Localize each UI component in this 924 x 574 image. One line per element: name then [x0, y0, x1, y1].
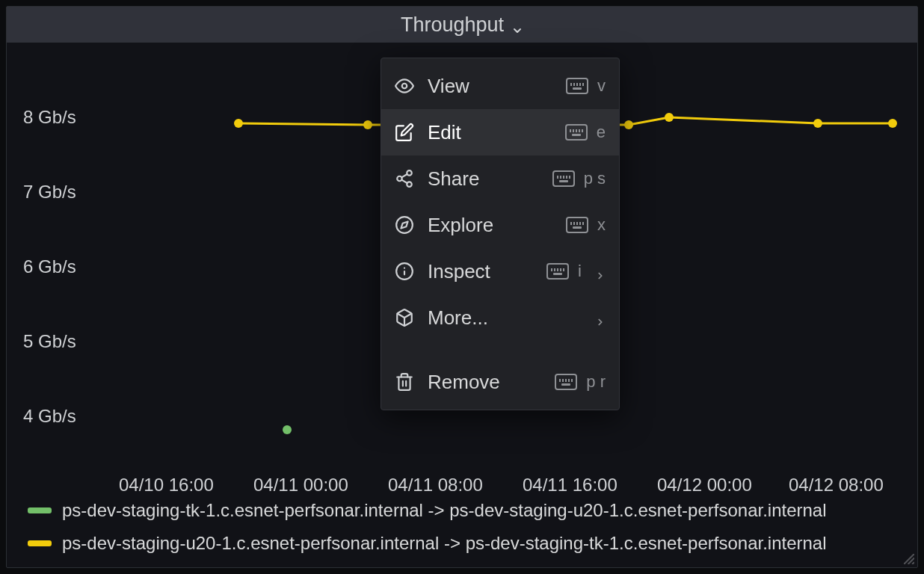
- x-tick-label: 04/11 00:00: [253, 475, 348, 495]
- edit-icon: [395, 123, 414, 142]
- compass-icon: [395, 215, 414, 235]
- menu-item-more[interactable]: More...: [381, 294, 619, 341]
- x-tick-label: 04/10 16:00: [119, 475, 214, 495]
- data-point: [363, 120, 372, 129]
- menu-item-label: Share: [428, 167, 539, 191]
- menu-separator: [381, 341, 619, 359]
- legend-swatch-yellow: [28, 540, 52, 546]
- menu-item-label: Remove: [428, 371, 541, 394]
- menu-item-edit[interactable]: Edit e: [381, 109, 619, 155]
- data-point: [283, 425, 292, 434]
- keyboard-icon: [565, 124, 588, 141]
- data-point: [624, 120, 633, 129]
- menu-shortcut: e: [565, 123, 606, 142]
- menu-shortcut: [591, 312, 606, 323]
- data-point: [665, 113, 674, 122]
- trash-icon: [395, 372, 414, 392]
- keyboard-icon: [546, 263, 569, 280]
- svg-line-5: [401, 174, 407, 177]
- x-tick-label: 04/12 00:00: [657, 475, 752, 495]
- menu-item-label: View: [428, 75, 552, 98]
- menu-item-view[interactable]: View v: [381, 63, 619, 109]
- data-point: [813, 119, 822, 128]
- menu-item-label: Edit: [428, 121, 552, 144]
- svg-point-0: [402, 84, 407, 89]
- menu-item-label: Inspect: [428, 260, 533, 283]
- menu-shortcut: v: [566, 76, 606, 96]
- chevron-down-icon: [511, 19, 523, 31]
- data-point: [234, 119, 243, 128]
- menu-item-share[interactable]: Share p s: [381, 155, 619, 202]
- legend: ps-dev-staging-tk-1.c.esnet-perfsonar.in…: [28, 494, 902, 560]
- menu-item-label: Explore: [428, 214, 552, 237]
- x-tick-label: 04/11 16:00: [523, 475, 617, 495]
- menu-item-inspect[interactable]: Inspect i: [381, 248, 619, 294]
- keyboard-icon: [555, 374, 577, 390]
- menu-item-label: More...: [428, 306, 577, 330]
- legend-label: ps-dev-staging-tk-1.c.esnet-perfsonar.in…: [62, 500, 827, 521]
- svg-line-4: [401, 180, 407, 183]
- x-tick-label: 04/12 08:00: [789, 475, 884, 495]
- resize-handle[interactable]: [904, 554, 914, 564]
- legend-item[interactable]: ps-dev-staging-tk-1.c.esnet-perfsonar.in…: [28, 494, 902, 527]
- y-tick-label: 6 Gb/s: [23, 256, 76, 277]
- svg-marker-7: [401, 221, 407, 228]
- info-icon: [395, 262, 414, 281]
- y-tick-label: 7 Gb/s: [23, 182, 76, 202]
- panel: Throughput 8 Gb/s 7 Gb/s 6 Gb/s 5 Gb/s 4…: [6, 6, 918, 568]
- legend-label: ps-dev-staging-u20-1.c.esnet-perfsonar.i…: [62, 533, 827, 554]
- menu-shortcut: p s: [552, 169, 606, 188]
- menu-shortcut: p r: [555, 372, 606, 392]
- svg-point-6: [396, 217, 413, 233]
- keyboard-icon: [566, 78, 588, 94]
- y-tick-label: 8 Gb/s: [23, 107, 76, 127]
- eye-icon: [395, 76, 414, 96]
- cube-icon: [395, 308, 414, 327]
- menu-item-remove[interactable]: Remove p r: [381, 359, 619, 405]
- y-tick-label: 5 Gb/s: [23, 331, 76, 351]
- panel-context-menu: View v Edit e Share p s: [381, 58, 620, 410]
- menu-shortcut: i: [546, 262, 606, 281]
- share-icon: [395, 169, 414, 188]
- legend-swatch-green: [28, 507, 52, 513]
- chevron-right-icon: [595, 266, 606, 277]
- y-tick-label: 4 Gb/s: [23, 406, 76, 426]
- panel-title: Throughput: [401, 13, 504, 37]
- menu-item-explore[interactable]: Explore x: [381, 202, 619, 248]
- data-point: [888, 119, 897, 128]
- chevron-right-icon: [595, 312, 606, 323]
- menu-shortcut: x: [566, 215, 606, 235]
- legend-item[interactable]: ps-dev-staging-u20-1.c.esnet-perfsonar.i…: [28, 527, 902, 560]
- panel-title-dropdown[interactable]: Throughput: [7, 7, 917, 43]
- x-tick-label: 04/11 08:00: [388, 475, 483, 495]
- keyboard-icon: [566, 217, 588, 233]
- keyboard-icon: [552, 170, 575, 187]
